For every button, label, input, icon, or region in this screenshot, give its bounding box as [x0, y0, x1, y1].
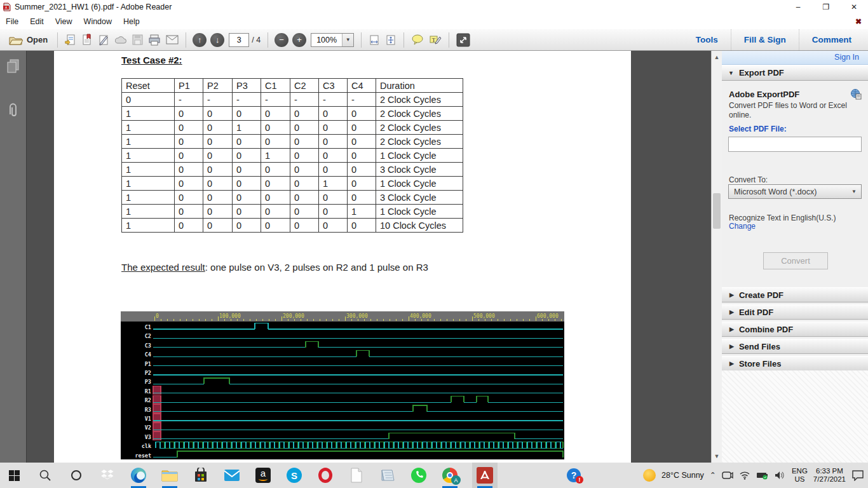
- file-explorer-icon[interactable]: [161, 463, 179, 488]
- export-pdf-header[interactable]: ▼ Export PDF: [722, 65, 868, 81]
- action-center-icon[interactable]: [851, 470, 864, 481]
- whatsapp-icon[interactable]: [410, 463, 428, 488]
- meet-now-icon[interactable]: [722, 470, 733, 480]
- opera-icon[interactable]: [316, 463, 334, 488]
- menu-edit[interactable]: Edit: [24, 15, 50, 28]
- table-cell: 0: [203, 121, 233, 135]
- zoom-out-button[interactable]: −: [275, 33, 288, 47]
- battery-icon[interactable]: [756, 471, 769, 480]
- adobe-reader-icon[interactable]: [472, 463, 498, 488]
- section-combine-pdf[interactable]: ▶Combine PDF: [722, 322, 868, 337]
- table-cell: -: [290, 93, 319, 107]
- amazon-icon[interactable]: a: [254, 463, 272, 488]
- tab-tools[interactable]: Tools: [683, 29, 731, 50]
- cloud-upload-icon[interactable]: [112, 32, 130, 48]
- print-button[interactable]: [146, 32, 163, 48]
- attachments-paperclip-icon[interactable]: [6, 102, 20, 119]
- speaker-icon[interactable]: [775, 471, 786, 480]
- restore-button[interactable]: ❐: [812, 0, 840, 14]
- weather-sun-icon[interactable]: [643, 469, 656, 482]
- previous-page-button[interactable]: ↑: [193, 33, 207, 47]
- skype-icon[interactable]: S: [285, 463, 303, 488]
- cortana-icon[interactable]: [67, 463, 85, 488]
- tray-expand-icon[interactable]: ⌃: [710, 471, 716, 480]
- wifi-icon[interactable]: [739, 471, 750, 480]
- table-cell: 1: [122, 191, 175, 205]
- signal-label-R3: R3: [145, 407, 151, 413]
- start-button[interactable]: [5, 463, 23, 488]
- document-icon[interactable]: [348, 463, 365, 488]
- expected-result-note: The expected result: one pulse on V3, 2 …: [121, 262, 428, 273]
- fullscreen-button[interactable]: [454, 32, 473, 48]
- table-row: 100000101 Clock Cycle: [122, 177, 463, 191]
- svg-text:0: 0: [156, 313, 159, 319]
- page-thumbnails-icon[interactable]: [6, 58, 20, 74]
- menu-view[interactable]: View: [50, 15, 78, 28]
- scroll-up-icon[interactable]: ▲: [712, 54, 722, 60]
- scrollbar-thumb[interactable]: [713, 193, 721, 229]
- page-number-input[interactable]: 3: [229, 33, 249, 47]
- sign-button[interactable]: [95, 32, 112, 48]
- table-cell: 2 Clock Cycles: [376, 135, 463, 149]
- dropbox-icon[interactable]: [98, 463, 116, 488]
- chevron-down-icon[interactable]: ▼: [342, 34, 353, 46]
- menu-window[interactable]: Window: [78, 15, 118, 28]
- scroll-down-icon[interactable]: ▼: [712, 453, 722, 459]
- table-cell: C3: [319, 79, 348, 93]
- table-cell: 3 Clock Cycle: [376, 163, 463, 177]
- pdf-file-input[interactable]: [728, 137, 862, 152]
- weather-label[interactable]: 28°C Sunny: [661, 471, 704, 480]
- export-pdf-button[interactable]: [79, 32, 95, 48]
- table-cell: 0: [233, 149, 261, 163]
- chrome-icon[interactable]: A: [441, 463, 459, 488]
- vertical-scrollbar[interactable]: ▲ ▼: [711, 51, 722, 463]
- section-label: Edit PDF: [739, 308, 773, 317]
- table-row: 100100002 Clock Cycles: [122, 121, 463, 135]
- tab-fill-sign[interactable]: Fill & Sign: [731, 29, 799, 50]
- section-create-pdf[interactable]: ▶Create PDF: [722, 287, 868, 302]
- table-cell: 0: [233, 191, 261, 205]
- table-cell: 0: [261, 205, 290, 219]
- signal-label-R1: R1: [145, 388, 151, 395]
- save-icon: [130, 32, 146, 48]
- email-button[interactable]: [163, 32, 181, 48]
- chevron-down-icon: ▼: [728, 70, 734, 76]
- open-button[interactable]: Open: [4, 35, 53, 45]
- language-indicator[interactable]: ENGUS: [792, 467, 808, 484]
- section-edit-pdf[interactable]: ▶Edit PDF: [722, 304, 868, 320]
- tab-comment[interactable]: Comment: [799, 29, 864, 50]
- save-as-other-button[interactable]: [62, 32, 79, 48]
- menu-file[interactable]: File: [0, 15, 24, 28]
- search-icon[interactable]: [36, 463, 54, 488]
- window-title: Summer_2021_HW1 (6).pdf - Adobe Reader: [15, 3, 172, 11]
- convert-button[interactable]: Convert: [763, 252, 828, 269]
- highlight-button[interactable]: T: [426, 32, 444, 48]
- section-label: Store Files: [739, 359, 781, 369]
- open-label: Open: [27, 35, 48, 44]
- close-document-icon[interactable]: ✖: [855, 17, 862, 26]
- clock-date[interactable]: 6:33 PM7/27/2021: [813, 467, 846, 484]
- fit-page-button[interactable]: [383, 32, 399, 48]
- minimize-button[interactable]: –: [784, 0, 812, 14]
- notes-icon[interactable]: [379, 463, 397, 488]
- next-page-button[interactable]: ↓: [210, 33, 224, 47]
- close-button[interactable]: ✕: [840, 0, 868, 14]
- table-row: 1000000010 Clock Cycles: [122, 219, 463, 233]
- edge-browser-icon[interactable]: [130, 463, 147, 488]
- zoom-in-button[interactable]: +: [292, 33, 306, 47]
- convert-format-select[interactable]: Microsoft Word (*.docx) ▼: [728, 184, 862, 199]
- mail-icon[interactable]: [223, 463, 241, 488]
- section-send-files[interactable]: ▶Send Files: [722, 339, 868, 354]
- taskbar: a S A ? ! 28°C Sunny ⌃: [0, 463, 868, 488]
- change-link[interactable]: Change: [729, 222, 756, 231]
- fit-width-button[interactable]: [366, 32, 383, 48]
- help-icon[interactable]: ? !: [565, 463, 583, 488]
- microsoft-store-icon[interactable]: [192, 463, 210, 488]
- zoom-level-select[interactable]: 100% ▼: [311, 33, 354, 47]
- sign-in-link[interactable]: Sign In: [834, 53, 859, 62]
- menu-help[interactable]: Help: [118, 15, 146, 28]
- table-cell: 1: [348, 205, 376, 219]
- table-row: 100000003 Clock Cycle: [122, 191, 463, 205]
- section-store-files[interactable]: ▶Store Files: [722, 356, 868, 371]
- comment-bubble-button[interactable]: [409, 32, 426, 48]
